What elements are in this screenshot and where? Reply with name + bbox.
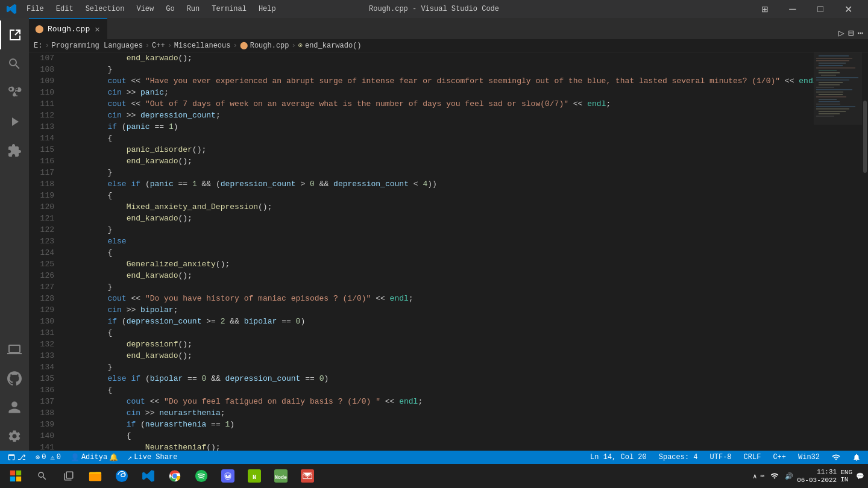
spotify-taskbar[interactable] xyxy=(189,464,213,488)
vertical-scrollbar[interactable] xyxy=(862,52,868,451)
language-label: C++ xyxy=(773,453,786,461)
maximize-button[interactable]: □ xyxy=(807,0,834,18)
volume-icon[interactable]: 🔊 xyxy=(785,472,793,480)
taskview-button[interactable] xyxy=(57,464,81,488)
line-ending-label: CRLF xyxy=(744,453,761,461)
code-line-137: cout << "Do you feel fatigued on daily b… xyxy=(70,396,814,407)
code-line-133: end_karwado(); xyxy=(70,350,814,361)
code-line-109: cout << "Have you ever experienced an ab… xyxy=(70,75,814,87)
clock[interactable]: 11:31 06-03-2022 xyxy=(797,468,837,485)
error-count: 0 xyxy=(42,453,46,461)
activity-remote[interactable] xyxy=(0,335,29,364)
tab-close-icon[interactable]: ✕ xyxy=(93,23,101,35)
vscode-taskbar[interactable] xyxy=(136,464,160,488)
indentation[interactable]: Spaces: 4 xyxy=(656,453,700,461)
encoding[interactable]: UTF-8 xyxy=(708,453,734,461)
code-line-141: Neurastheniaf(); xyxy=(70,442,814,451)
menu-help[interactable]: Help xyxy=(254,4,281,14)
run-icon[interactable]: ▷ xyxy=(838,27,844,39)
activity-settings[interactable] xyxy=(0,422,29,451)
breadcrumb-part-3[interactable]: C++ xyxy=(152,42,165,50)
search-taskbar[interactable] xyxy=(30,464,54,488)
liveshare-icon: ↗ xyxy=(128,453,132,462)
chevron-icon[interactable]: ∧ xyxy=(753,472,757,480)
code-line-116: end_karwado(); xyxy=(70,155,814,167)
menu-edit[interactable]: Edit xyxy=(51,4,78,14)
activity-github[interactable] xyxy=(0,364,29,393)
activity-explorer[interactable] xyxy=(0,20,29,49)
activity-run-debug[interactable] xyxy=(0,107,29,136)
breadcrumb-part-1[interactable]: E: xyxy=(34,42,42,50)
breadcrumb-part-6[interactable]: Rough.cpp xyxy=(250,42,289,50)
editor-content[interactable]: 107 108 109 110 111 112 113 114 115 116 … xyxy=(29,52,868,451)
keyboard-icon[interactable]: ⌨ xyxy=(761,472,765,480)
split-editor-icon[interactable]: ⊟ xyxy=(848,27,854,39)
file-explorer-taskbar[interactable] xyxy=(83,464,107,488)
menu-run[interactable]: Run xyxy=(182,4,205,14)
code-line-136: { xyxy=(70,384,814,396)
cursor-position[interactable]: Ln 14, Col 20 xyxy=(588,453,649,461)
breadcrumb-part-5[interactable]: ⬤ xyxy=(240,41,248,50)
tab-rough-cpp[interactable]: ⬤ Rough.cpp ✕ xyxy=(29,18,107,39)
activity-search[interactable] xyxy=(0,49,29,78)
code-line-119: { xyxy=(70,190,814,201)
edge-taskbar[interactable] xyxy=(110,464,134,488)
notification-bell[interactable] xyxy=(850,453,863,461)
git-branch-icon: ⎇ xyxy=(17,453,26,462)
breadcrumb-part-7[interactable]: ⊙ xyxy=(298,41,303,50)
git-status[interactable]: ⊗ 0 ⚠ 0 xyxy=(33,453,63,462)
encoding-label: UTF-8 xyxy=(710,453,732,461)
breadcrumb-part-4[interactable]: Miscellaneous xyxy=(174,42,231,50)
code-line-112: cin >> depression_count; xyxy=(70,110,814,121)
line-ending[interactable]: CRLF xyxy=(741,453,764,461)
os-info[interactable]: Win32 xyxy=(796,453,822,461)
remote-icon[interactable] xyxy=(829,453,843,461)
taskbar: N Node ∧ ⌨ 🔊 11:31 xyxy=(0,464,868,488)
menu-view[interactable]: View xyxy=(131,4,159,14)
titlebar: File Edit Selection View Go Run Terminal… xyxy=(0,0,868,18)
minimap[interactable] xyxy=(814,52,862,451)
code-line-123: else xyxy=(70,236,814,247)
scrollbar-thumb[interactable] xyxy=(863,101,867,173)
node-taskbar[interactable]: Node xyxy=(269,464,293,488)
system-tray: ∧ ⌨ 🔊 11:31 06-03-2022 ENG IN 💬 xyxy=(753,468,864,485)
menu-terminal[interactable]: Terminal xyxy=(207,4,251,14)
minimize-button[interactable]: ─ xyxy=(779,0,807,18)
language-indicator[interactable]: ENG IN xyxy=(840,469,852,483)
more-actions-icon[interactable]: ⋯ xyxy=(857,27,863,39)
vscode-icon xyxy=(6,4,17,14)
remote-status[interactable]: ⎇ xyxy=(5,453,28,462)
menu-go[interactable]: Go xyxy=(161,4,179,14)
activity-source-control[interactable] xyxy=(0,78,29,107)
status-bar-right: Ln 14, Col 20 Spaces: 4 UTF-8 CRLF C++ W… xyxy=(588,453,863,461)
breadcrumb-part-2[interactable]: Programming Languages xyxy=(52,42,143,50)
account-status[interactable]: 👤 Aditya 🔔 xyxy=(68,453,121,462)
code-line-108: } xyxy=(70,64,814,75)
code-line-140: { xyxy=(70,430,814,442)
notification-icon[interactable]: 💬 xyxy=(856,472,864,480)
wifi-icon[interactable] xyxy=(768,472,781,480)
live-share-status[interactable]: ↗ Live Share xyxy=(125,453,180,462)
svg-rect-38 xyxy=(221,469,234,483)
titlebar-menus: File Edit Selection View Go Run Terminal… xyxy=(22,4,281,14)
close-button[interactable]: ✕ xyxy=(834,0,862,18)
discord-taskbar[interactable] xyxy=(216,464,240,488)
menu-file[interactable]: File xyxy=(22,4,49,14)
svg-point-40 xyxy=(228,475,230,477)
warning-icon: ⚠ xyxy=(50,453,54,462)
activity-extensions[interactable] xyxy=(0,136,29,165)
language-mode[interactable]: C++ xyxy=(770,453,788,461)
date-display: 06-03-2022 xyxy=(797,476,837,484)
email-taskbar[interactable] xyxy=(295,464,319,488)
account-name: Aditya xyxy=(81,453,107,461)
activity-bar xyxy=(0,18,29,451)
chrome-taskbar[interactable] xyxy=(163,464,187,488)
menu-selection[interactable]: Selection xyxy=(81,4,130,14)
start-button[interactable] xyxy=(4,464,28,488)
breadcrumb-part-8[interactable]: end_karwado() xyxy=(305,42,362,50)
nvidia-taskbar[interactable]: N xyxy=(242,464,266,488)
code-area[interactable]: end_karwado(); } cout << "Have you ever … xyxy=(60,52,814,451)
code-line-107: end_karwado(); xyxy=(70,52,814,64)
activity-account[interactable] xyxy=(0,393,29,422)
layout-button[interactable]: ⊞ xyxy=(751,0,779,18)
